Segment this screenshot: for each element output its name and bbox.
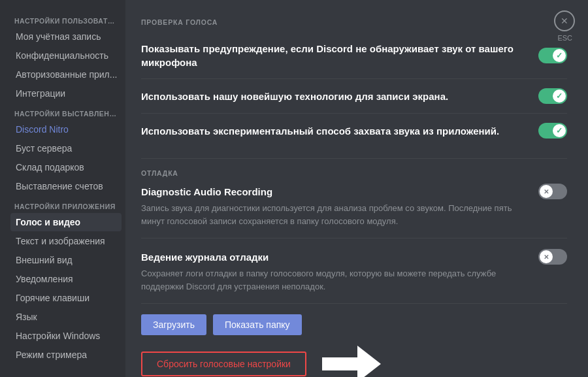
reset-section: Сбросить голосовые настройки [141, 348, 567, 377]
sidebar: НАСТРОЙКИ ПОЛЬЗОВАТЕЛЯМоя учётная запись… [0, 0, 125, 377]
toggle-app-audio[interactable]: ✓ [538, 123, 567, 139]
main-content: ✕ ESC ПРОВЕРКА ГОЛОСА Показывать предупр… [125, 0, 588, 377]
sidebar-item-authorized[interactable]: Авторизованные прил... [10, 65, 122, 84]
setting-row-screen-record: Использовать нашу новейшую технологию дл… [141, 79, 567, 114]
debug-buttons-row: Загрузить Показать папку [141, 314, 567, 335]
divider [141, 158, 567, 159]
sidebar-item-nitro[interactable]: Discord Nitro [10, 120, 122, 139]
voice-settings: Показывать предупреждение, если Discord … [141, 33, 567, 148]
sidebar-item-voice[interactable]: Голос и видео [10, 213, 122, 231]
sidebar-section-label: НАСТРОЙКИ ПОЛЬЗОВАТЕЛЯ [10, 10, 122, 27]
setting-row-app-audio: Использовать экспериментальный способ за… [141, 114, 567, 148]
debug-row-audio-recording: Diagnostic Audio Recording✕Запись звука … [141, 184, 567, 227]
toggle-screen-record[interactable]: ✓ [538, 88, 567, 104]
sidebar-item-privacy[interactable]: Конфиденциальность [10, 46, 122, 65]
arrow-indicator [322, 348, 381, 377]
esc-label: ESC [557, 34, 572, 42]
sidebar-item-account[interactable]: Моя учётная запись [10, 27, 122, 46]
close-button[interactable]: ✕ [554, 10, 575, 31]
sidebar-item-appearance[interactable]: Внешний вид [10, 251, 122, 269]
sidebar-item-notifications[interactable]: Уведомления [10, 270, 122, 288]
sidebar-section-label: НАСТРОЙКИ ВЫСТАВЛЕНИЯ... [10, 103, 122, 120]
sidebar-section-label: НАСТРОЙКИ ПРИЛОЖЕНИЯ [10, 196, 122, 213]
debug-row-debug-log: Ведение журнала отладки✕Сохраняет логи о… [141, 249, 567, 293]
sidebar-item-server-boost[interactable]: Буст сервера [10, 139, 122, 157]
debug-title-audio-recording: Diagnostic Audio Recording✕ [141, 184, 567, 199]
debug-title-text-debug-log: Ведение журнала отладки [141, 252, 269, 263]
reset-button[interactable]: Сбросить голосовые настройки [141, 352, 306, 376]
sidebar-item-billing[interactable]: Выставление счетов [10, 177, 122, 195]
debug-divider [141, 303, 567, 304]
sidebar-item-windows[interactable]: Настройки Windows [10, 327, 122, 345]
sidebar-item-language[interactable]: Язык [10, 308, 122, 326]
debug-desc-debug-log: Сохраняет логи отладки в папку голосовог… [141, 267, 533, 293]
sidebar-item-streamer[interactable]: Режим стримера [10, 346, 122, 364]
upload-button[interactable]: Загрузить [141, 314, 206, 335]
sidebar-item-integrations[interactable]: Интеграции [10, 84, 122, 103]
debug-desc-audio-recording: Запись звука для диагностики используетс… [141, 202, 533, 227]
debug-items: Diagnostic Audio Recording✕Запись звука … [141, 184, 567, 304]
setting-row-mic-warning: Показывать предупреждение, если Discord … [141, 33, 567, 79]
toggle-mic-warning[interactable]: ✓ [538, 48, 567, 63]
voice-check-label: ПРОВЕРКА ГОЛОСА [141, 18, 567, 26]
setting-text-mic-warning: Показывать предупреждение, если Discord … [141, 42, 538, 69]
show-folder-button[interactable]: Показать папку [213, 314, 302, 335]
setting-text-app-audio: Использовать экспериментальный способ за… [141, 124, 538, 138]
debug-section: Diagnostic Audio Recording✕Запись звука … [141, 184, 567, 377]
debug-divider [141, 238, 567, 238]
debug-title-debug-log: Ведение журнала отладки✕ [141, 249, 567, 265]
toggle-debug-log[interactable]: ✕ [538, 249, 567, 265]
debug-title-text-audio-recording: Diagnostic Audio Recording [141, 186, 272, 197]
sidebar-item-text[interactable]: Текст и изображения [10, 232, 122, 250]
toggle-audio-recording[interactable]: ✕ [538, 184, 567, 199]
debug-label: ОТЛАДКА [141, 169, 567, 177]
sidebar-item-hotkeys[interactable]: Горячие клавиши [10, 289, 122, 307]
setting-text-screen-record: Использовать нашу новейшую технологию дл… [141, 90, 538, 103]
sidebar-item-gift[interactable]: Склад подарков [10, 158, 122, 176]
